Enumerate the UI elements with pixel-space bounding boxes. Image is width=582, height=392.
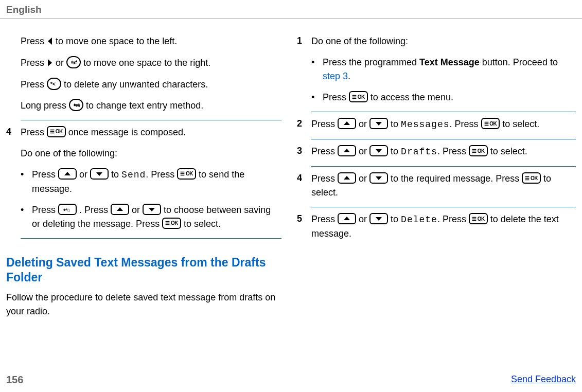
menu-option: Delete: [401, 215, 437, 225]
svg-marker-12: [344, 149, 350, 152]
section-heading: Deleting Saved Text Messages from the Dr…: [6, 255, 281, 286]
hash-key-icon: ⇆#: [69, 99, 83, 111]
down-key-icon: [143, 204, 161, 215]
text: to move one space to the left.: [56, 36, 177, 46]
text: . Press: [79, 205, 111, 215]
ok-key-icon: [522, 172, 541, 184]
text: to select.: [502, 119, 539, 129]
svg-marker-5: [64, 172, 70, 175]
bullet-marker: •: [311, 91, 323, 104]
nav-left-icon: [47, 34, 53, 48]
step-number: 5: [297, 212, 311, 248]
ok-key-icon: [469, 145, 488, 156]
down-key-icon: [369, 145, 388, 156]
step-4-right: 4 Press or to the required message. Pres…: [297, 172, 576, 207]
ok-key-icon: [481, 118, 500, 129]
step-link[interactable]: step 3: [323, 71, 348, 81]
text: to move one space to the right.: [83, 58, 210, 68]
svg-marker-9: [149, 208, 155, 211]
text: Press: [32, 205, 58, 215]
text: Press: [311, 119, 338, 129]
ok-key-icon: [349, 91, 368, 102]
menu-option: Drafts: [401, 147, 437, 157]
text: button. Proceed to: [480, 57, 558, 67]
text: to: [111, 169, 121, 180]
text: to access the menu.: [371, 92, 453, 102]
svg-text:*<: *<: [50, 81, 56, 87]
left-column: Press to move one space to the left. Pre…: [6, 19, 281, 326]
step-5-right: 5 Press or to Delete. Press to delete th…: [297, 212, 576, 248]
step-continued: Press to move one space to the left. Pre…: [21, 34, 281, 120]
step-1-right: 1 Do one of the following: • Press the p…: [297, 34, 576, 112]
up-key-icon: [111, 204, 129, 215]
step-2-right: 2 Press or to Messages. Press to select.: [297, 117, 576, 139]
bullet-textmsg: • Press the programmed Text Message butt…: [311, 56, 576, 83]
text: Press: [21, 36, 47, 46]
hash-key-icon: ⇆#: [66, 56, 81, 68]
page-number: 156: [6, 374, 23, 386]
text: Press: [323, 92, 349, 102]
svg-marker-14: [344, 176, 350, 180]
text: to: [391, 119, 401, 129]
text: .: [348, 71, 350, 81]
svg-marker-15: [376, 176, 382, 180]
header-language: English: [0, 0, 582, 19]
text: or: [79, 169, 90, 180]
para-right-arrow: Press or ⇆# to move one space to the rig…: [21, 56, 281, 70]
nav-right-icon: [47, 56, 53, 69]
text: Press: [21, 58, 47, 68]
text: or: [132, 205, 143, 215]
up-key-icon: [338, 213, 356, 224]
svg-text:⇆#: ⇆#: [74, 102, 80, 108]
text: . Press: [437, 146, 469, 156]
bullet-send: • Press or to Send. Press to send the me…: [21, 168, 281, 196]
up-key-icon: [338, 145, 356, 156]
send-feedback-link[interactable]: Send Feedback: [511, 374, 576, 386]
svg-marker-1: [48, 59, 52, 66]
bullet-marker: •: [311, 56, 323, 83]
right-column: 1 Do one of the following: • Press the p…: [297, 19, 576, 326]
up-key-icon: [58, 168, 77, 180]
para-longpress: Long press ⇆# to change text entry metho…: [21, 99, 281, 113]
section-description: Follow the procedure to delete saved tex…: [6, 291, 281, 318]
svg-marker-6: [96, 172, 102, 176]
text: to select.: [490, 146, 527, 156]
text: . Press: [437, 214, 469, 224]
text: to select.: [184, 219, 221, 229]
step-4-left: 4 Press once message is composed. Do one…: [6, 126, 281, 239]
down-key-icon: [90, 168, 109, 180]
text: Press: [311, 173, 338, 184]
text: or: [56, 58, 66, 68]
svg-marker-10: [344, 121, 350, 125]
text: or: [359, 173, 369, 184]
svg-marker-8: [117, 207, 123, 211]
text: once message is composed.: [68, 127, 186, 137]
content-columns: Press to move one space to the left. Pre…: [0, 19, 582, 326]
step-number: 4: [6, 126, 21, 239]
text: Press: [311, 146, 338, 156]
text: to delete any unwanted characters.: [64, 79, 208, 90]
star-key-icon: *<: [47, 78, 61, 90]
svg-marker-17: [376, 217, 382, 221]
menu-option: Messages: [401, 119, 449, 130]
text: or: [359, 119, 369, 129]
text: Press the programmed: [323, 57, 419, 67]
svg-marker-0: [48, 38, 52, 45]
text: or: [359, 214, 369, 224]
text: . Press: [450, 119, 481, 129]
text: . Press: [146, 169, 177, 180]
up-key-icon: [338, 172, 356, 184]
menu-option: Send: [121, 170, 146, 180]
ok-key-icon: [177, 168, 196, 180]
step-number: 2: [297, 117, 311, 139]
down-key-icon: [369, 118, 388, 129]
svg-marker-13: [376, 149, 382, 153]
up-key-icon: [338, 118, 356, 129]
text: Press: [21, 127, 47, 137]
bullet-access-menu: • Press to access the menu.: [311, 91, 576, 104]
step-3-right: 3 Press or to Drafts. Press to select.: [297, 145, 576, 167]
para-left-arrow: Press to move one space to the left.: [21, 34, 281, 49]
bullet-marker: •: [21, 168, 32, 196]
text: to change text entry method.: [86, 100, 203, 111]
footer: 156 Send Feedback: [6, 374, 576, 386]
